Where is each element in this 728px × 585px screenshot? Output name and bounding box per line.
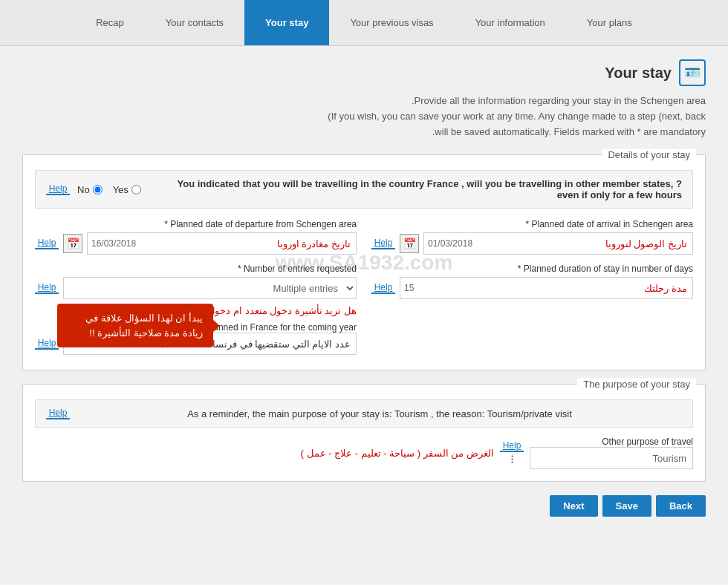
arrival-date-input[interactable] <box>423 232 693 255</box>
departure-field-group: * Planned date of departure from Schenge… <box>35 219 357 255</box>
help-col-radio: Help <box>46 183 70 195</box>
help-col-purpose: Help <box>46 408 70 419</box>
departure-input-row: Help 📅 تاريخ مغادرة اوروبا 16/03/2018 <box>35 232 357 255</box>
bottom-buttons: Next Save Back <box>22 495 706 517</box>
help-col-duration: Help <box>371 282 395 294</box>
help-other-link[interactable]: Help <box>503 440 521 451</box>
info-text: .Provide all the information regarding y… <box>22 94 706 140</box>
duration-input[interactable] <box>400 277 693 299</box>
other-purpose-input[interactable] <box>530 447 693 469</box>
arrival-field-group: * Planned date of arrival in Schengen ar… <box>371 219 693 255</box>
help-purpose-link[interactable]: Help <box>49 408 68 418</box>
travel-question: You indicated that you will be travellin… <box>160 178 682 200</box>
purpose-reminder-row: Help As a reminder, the main purpose of … <box>35 399 693 428</box>
help-stays-link[interactable]: Help <box>38 338 56 348</box>
other-purpose-row: الغرض من السفر ( سياحة - تعليم - علاج - … <box>35 437 693 469</box>
purpose-section-title: The purpose of your stay <box>577 379 696 390</box>
departure-date-input[interactable] <box>87 232 357 255</box>
purpose-section: The purpose of your stay Help As a remin… <box>22 384 706 482</box>
help-radio-link[interactable]: Help <box>49 183 68 194</box>
help-duration-link[interactable]: Help <box>374 282 393 292</box>
travel-question-row: Help No Yes You indicated that you will … <box>35 170 693 209</box>
tab-recap[interactable]: Recap <box>75 0 145 45</box>
help-col-entries: Help <box>35 282 59 294</box>
radio-yes-label[interactable]: Yes <box>113 184 141 195</box>
back-button[interactable]: Back <box>656 495 706 517</box>
arrival-input-wrapper: تاريخ الوصول لنوروبا 01/03/2018 <box>423 232 693 255</box>
entries-label: * Number of entries requested <box>35 264 357 274</box>
radio-group: No Yes <box>77 184 141 195</box>
stays-row: يبدأ ان لهذا السؤال علاقة في زيادة مدة ص… <box>35 322 693 355</box>
save-button[interactable]: Save <box>602 495 651 517</box>
other-purpose-arabic: الغرض من السفر ( سياحة - تعليم - علاج - … <box>301 448 494 459</box>
arrival-input-row: Help 📅 تاريخ الوصول لنوروبا 01/03/2018 <box>371 232 693 255</box>
duration-label: * Planned duration of stay in number of … <box>371 264 693 274</box>
departure-label: * Planned date of departure from Schenge… <box>35 219 357 229</box>
top-navigation: Recap Your contacts Your stay Your previ… <box>0 0 728 46</box>
details-section: Details of your stay Help No Yes <box>22 154 706 370</box>
radio-no[interactable] <box>93 185 103 195</box>
departure-calendar-icon[interactable]: 📅 <box>63 234 82 253</box>
help-col-stays: Help <box>35 338 59 350</box>
help-col-arrival: Help <box>371 238 395 249</box>
tab-previous-visas[interactable]: Your previous visas <box>329 0 454 45</box>
purpose-reminder-text: As a reminder, the main purpose of your … <box>77 408 682 419</box>
tab-your-plans[interactable]: Your plans <box>566 0 653 45</box>
duration-input-wrapper: مدة رحلتك 15 <box>400 277 693 299</box>
entries-select[interactable]: Multiple entries <box>63 277 357 299</box>
radio-yes[interactable] <box>131 185 141 195</box>
main-content: Your stay 🪪 .Provide all the information… <box>0 46 728 532</box>
page-title-row: Your stay 🪪 <box>22 59 706 86</box>
other-purpose-label: Other purpose of travel <box>602 437 693 447</box>
help-col-departure: Help <box>35 238 59 249</box>
tab-your-information[interactable]: Your information <box>455 0 566 45</box>
help-departure-link[interactable]: Help <box>38 238 56 248</box>
page-title: Your stay <box>605 65 672 82</box>
tab-contacts[interactable]: Your contacts <box>145 0 244 45</box>
tab-your-stay[interactable]: Your stay <box>244 0 329 45</box>
entries-input-row: Help Multiple entries <box>35 277 357 299</box>
purpose-section-inner: Help As a reminder, the main purpose of … <box>23 385 705 481</box>
help-arrival-link[interactable]: Help <box>374 238 393 248</box>
duration-group: * Planned duration of stay in number of … <box>371 264 693 316</box>
duration-input-row: Help مدة رحلتك 15 <box>371 277 693 299</box>
entries-input-wrapper: Multiple entries <box>63 277 357 299</box>
departure-input-wrapper: تاريخ مغادرة اوروبا 16/03/2018 <box>87 232 357 255</box>
arrival-calendar-icon[interactable]: 📅 <box>400 234 419 253</box>
next-button[interactable]: Next <box>550 495 597 517</box>
help-entries-link[interactable]: Help <box>38 282 56 292</box>
date-fields-row: * Planned date of departure from Schenge… <box>35 219 693 255</box>
help-col-other: Help ⁝ <box>500 440 524 466</box>
person-id-icon: 🪪 <box>679 59 706 86</box>
other-input-group: Other purpose of travel <box>530 437 693 469</box>
tooltip-bubble: يبدأ ان لهذا السؤال علاقة في زيادة مدة ص… <box>57 304 213 347</box>
arrival-label: * Planned date of arrival in Schengen ar… <box>371 219 693 229</box>
radio-no-label[interactable]: No <box>77 184 103 195</box>
